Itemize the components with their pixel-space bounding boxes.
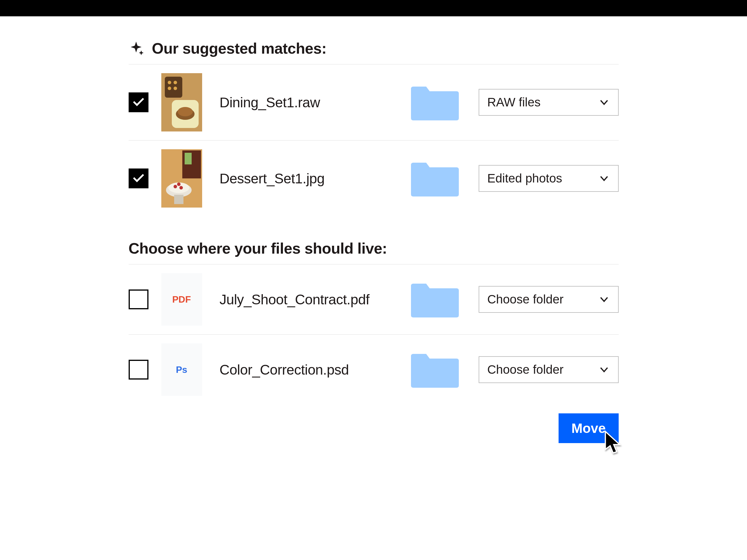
- svg-point-2: [168, 81, 171, 84]
- svg-rect-11: [185, 153, 191, 164]
- folder-dropdown[interactable]: RAW files: [479, 89, 619, 116]
- choose-section-title: Choose where your files should live:: [129, 216, 619, 264]
- window-top-bar: [0, 0, 747, 16]
- file-ext-label: Ps: [176, 365, 187, 375]
- file-name: Dessert_Set1.jpg: [220, 170, 397, 187]
- actions-bar: Move: [129, 405, 619, 443]
- chevron-down-icon: [598, 294, 610, 305]
- svg-point-3: [174, 81, 177, 84]
- dropdown-label: RAW files: [487, 95, 541, 109]
- row-checkbox[interactable]: [129, 360, 149, 379]
- svg-point-8: [178, 107, 193, 116]
- folder-dropdown[interactable]: Choose folder: [479, 356, 619, 383]
- file-name: July_Shoot_Contract.pdf: [220, 292, 397, 308]
- chevron-down-icon: [598, 364, 610, 375]
- folder-icon: [409, 279, 467, 320]
- svg-rect-17: [174, 195, 183, 204]
- folder-icon: [409, 349, 467, 390]
- row-checkbox[interactable]: [129, 168, 149, 188]
- file-row: Dining_Set1.raw RAW files: [129, 64, 619, 140]
- dropdown-label: Choose folder: [487, 292, 564, 306]
- svg-point-15: [179, 186, 183, 189]
- file-type-icon: PDF: [161, 273, 202, 326]
- svg-rect-1: [165, 77, 182, 98]
- dropdown-label: Edited photos: [487, 171, 562, 185]
- chevron-down-icon: [598, 172, 610, 184]
- sparkle-icon: [129, 40, 145, 57]
- file-type-icon: Ps: [161, 343, 202, 396]
- file-row: Dessert_Set1.jpg Edited photos: [129, 140, 619, 216]
- dropdown-label: Choose folder: [487, 363, 564, 377]
- folder-icon: [409, 82, 467, 123]
- page-content: Our suggested matches: Dining_Set1.raw: [117, 16, 630, 478]
- file-thumbnail: [161, 149, 202, 208]
- suggested-matches-header: Our suggested matches:: [129, 39, 619, 64]
- file-ext-label: PDF: [172, 294, 191, 305]
- folder-dropdown[interactable]: Choose folder: [479, 286, 619, 313]
- chevron-down-icon: [598, 97, 610, 108]
- file-name: Color_Correction.psd: [220, 362, 397, 378]
- row-checkbox[interactable]: [129, 92, 149, 112]
- file-row: PDF July_Shoot_Contract.pdf Choose folde…: [129, 264, 619, 335]
- file-thumbnail: [161, 73, 202, 131]
- move-button[interactable]: Move: [559, 414, 619, 443]
- file-name: Dining_Set1.raw: [220, 95, 397, 110]
- svg-point-5: [174, 86, 177, 90]
- svg-point-16: [177, 183, 181, 186]
- svg-point-14: [174, 185, 177, 188]
- svg-point-4: [168, 86, 171, 90]
- suggested-matches-title: Our suggested matches:: [152, 39, 327, 57]
- row-checkbox[interactable]: [129, 290, 149, 309]
- file-row: Ps Color_Correction.psd Choose folder: [129, 335, 619, 405]
- folder-dropdown[interactable]: Edited photos: [479, 165, 619, 192]
- folder-icon: [409, 158, 467, 199]
